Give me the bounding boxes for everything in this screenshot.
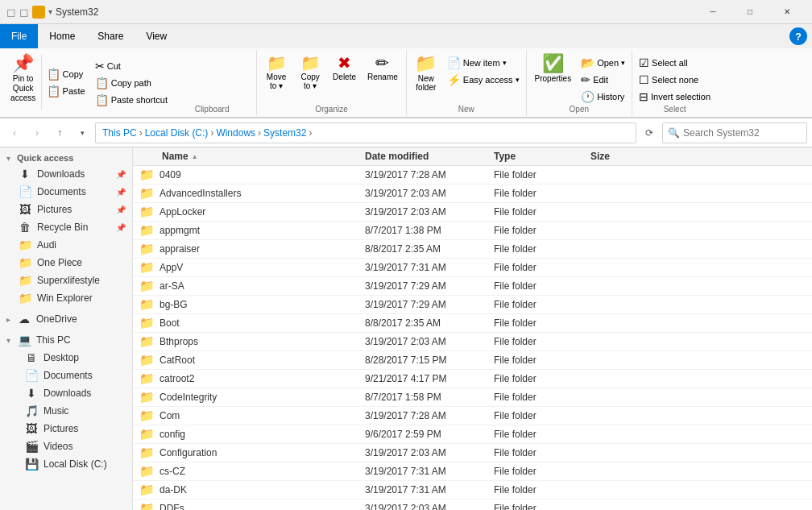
table-row[interactable]: 📁 cs-CZ 3/19/2017 7:31 AM File folder [133, 462, 812, 481]
sidebar-item-superxlifestyle[interactable]: 📁 Superxlifestyle [0, 272, 132, 289]
sidebar-item-this-pc[interactable]: ▾ 💻 This PC [0, 331, 132, 349]
sidebar-item-downloads[interactable]: ⬇ Downloads 📌 [0, 165, 132, 183]
properties-button[interactable]: ✅ Properties [530, 52, 577, 86]
tab-view[interactable]: View [135, 24, 178, 48]
ribbon: File Home Share View ? 📌 Pin to Quick ac… [0, 24, 812, 118]
path-local-disk[interactable]: Local Disk (C:) [145, 127, 209, 139]
paste-button[interactable]: 📋 Paste [44, 83, 89, 99]
pictures-label: Pictures [37, 204, 111, 215]
tab-home[interactable]: Home [38, 24, 86, 48]
col-date-label: Date modified [365, 151, 429, 162]
table-row[interactable]: 📁 Bthprops 3/19/2017 2:03 AM File folder [133, 333, 812, 351]
table-row[interactable]: 📁 catroot2 9/21/2017 4:17 PM File folder [133, 370, 812, 388]
new-folder-button[interactable]: 📁 Newfolder [410, 52, 442, 95]
table-row[interactable]: 📁 CodeIntegrity 8/7/2017 1:58 PM File fo… [133, 388, 812, 407]
col-name[interactable]: Name ▲ [133, 151, 358, 162]
sidebar-item-win-explorer[interactable]: 📁 Win Explorer [0, 289, 132, 307]
pictures-pc-icon: 🖼 [24, 422, 39, 435]
sidebar-quick-access-header[interactable]: ▾ Quick access [0, 151, 132, 165]
copy-button[interactable]: 📋 Copy [44, 66, 89, 82]
table-row[interactable]: 📁 AppV 3/19/2017 7:31 AM File folder [133, 259, 812, 277]
delete-button[interactable]: ✖ Delete [328, 52, 361, 93]
table-row[interactable]: 📁 0409 3/19/2017 7:28 AM File folder [133, 166, 812, 185]
sidebar-item-downloads-pc[interactable]: ⬇ Downloads [0, 384, 132, 402]
recycle-bin-icon: 🗑 [18, 221, 32, 234]
sidebar-item-one-piece[interactable]: 📁 One Piece [0, 254, 132, 272]
tab-share[interactable]: Share [86, 24, 135, 48]
invert-selection-button[interactable]: ⊟ Invert selection [636, 89, 714, 105]
forward-button[interactable]: › [27, 123, 47, 143]
table-row[interactable]: 📁 da-DK 3/19/2017 7:31 AM File folder [133, 481, 812, 500]
table-row[interactable]: 📁 Configuration 3/19/2017 2:03 AM File f… [133, 444, 812, 462]
pin-to-quick-access-button[interactable]: 📌 Pin to Quick access [6, 52, 39, 114]
search-input[interactable] [683, 127, 796, 139]
table-row[interactable]: 📁 bg-BG 3/19/2017 7:29 AM File folder [133, 296, 812, 314]
path-windows[interactable]: Windows [216, 127, 255, 139]
file-cell-type: File folder [487, 188, 584, 199]
help-button[interactable]: ? [789, 27, 807, 45]
file-cell-name: 📁 cs-CZ [133, 464, 358, 479]
file-area: Name ▲ Date modified Type Size 📁 0409 3/… [133, 147, 812, 510]
onedrive-group: ▸ ☁ OneDrive [0, 310, 132, 328]
file-name: CodeIntegrity [160, 392, 217, 403]
table-row[interactable]: 📁 AdvancedInstallers 3/19/2017 2:03 AM F… [133, 185, 812, 203]
col-size[interactable]: Size [584, 151, 648, 162]
select-all-button[interactable]: ☑ Select all [636, 55, 714, 71]
sidebar-item-audi[interactable]: 📁 Audi [0, 236, 132, 254]
select-all-icon: ☑ [639, 56, 649, 69]
table-row[interactable]: 📁 DDFs 3/19/2017 2:03 AM File folder [133, 500, 812, 510]
recent-locations-button[interactable]: ▾ [72, 123, 92, 143]
table-row[interactable]: 📁 AppLocker 3/19/2017 2:03 AM File folde… [133, 203, 812, 222]
folder-icon: 📁 [139, 334, 155, 349]
videos-label: Videos [44, 441, 126, 452]
col-date[interactable]: Date modified [358, 151, 487, 162]
sidebar-item-recycle-bin[interactable]: 🗑 Recycle Bin 📌 [0, 218, 132, 236]
sidebar-item-documents-pc[interactable]: 📄 Documents [0, 367, 132, 384]
sidebar-item-desktop[interactable]: 🖥 Desktop [0, 349, 132, 367]
sidebar-item-local-disk[interactable]: 💾 Local Disk (C:) [0, 455, 132, 473]
copy-to-button[interactable]: 📁 Copyto ▾ [294, 52, 326, 93]
edit-button[interactable]: ✏ Edit [578, 72, 628, 88]
sidebar-item-pictures[interactable]: 🖼 Pictures 📌 [0, 201, 132, 218]
select-none-button[interactable]: ☐ Select none [636, 72, 714, 88]
back-button[interactable]: ‹ [5, 123, 24, 143]
col-name-label: Name [162, 151, 188, 162]
table-row[interactable]: 📁 ar-SA 3/19/2017 7:29 AM File folder [133, 277, 812, 296]
paste-shortcut-button[interactable]: 📋 Paste shortcut [92, 92, 171, 108]
move-to-button[interactable]: 📁 Moveto ▾ [260, 52, 292, 93]
close-button[interactable]: ✕ [768, 0, 806, 24]
this-pc-expand-icon: ▾ [6, 336, 10, 345]
file-cell-type: File folder [487, 429, 584, 440]
table-row[interactable]: 📁 appmgmt 8/7/2017 1:38 PM File folder [133, 222, 812, 240]
table-row[interactable]: 📁 Com 3/19/2017 7:28 AM File folder [133, 407, 812, 425]
easy-access-button[interactable]: ⚡ Easy access ▾ [444, 72, 523, 88]
refresh-button[interactable]: ⟳ [640, 123, 659, 143]
sidebar-item-onedrive[interactable]: ▸ ☁ OneDrive [0, 310, 132, 328]
address-path[interactable]: This PC › Local Disk (C:) › Windows › Sy… [95, 122, 636, 143]
open-button[interactable]: 📂 Open ▾ [578, 55, 628, 71]
col-type[interactable]: Type [487, 151, 584, 162]
minimize-button[interactable]: ─ [694, 0, 731, 24]
file-cell-type: File folder [487, 336, 584, 347]
table-row[interactable]: 📁 CatRoot 8/28/2017 7:15 PM File folder [133, 351, 812, 370]
sidebar-item-pictures-pc[interactable]: 🖼 Pictures [0, 420, 132, 437]
new-item-button[interactable]: 📄 New item ▾ [444, 55, 523, 71]
tab-file[interactable]: File [0, 24, 38, 48]
local-disk-icon: 💾 [24, 458, 39, 471]
path-system32[interactable]: System32 [263, 127, 306, 139]
table-row[interactable]: 📁 config 9/6/2017 2:59 PM File folder [133, 425, 812, 444]
file-name: bg-BG [160, 299, 188, 310]
cut-button[interactable]: ✂ Cut [92, 58, 171, 74]
up-button[interactable]: ↑ [50, 123, 69, 143]
win-explorer-folder-icon: 📁 [18, 292, 32, 305]
history-button[interactable]: 🕐 History [578, 89, 628, 105]
sidebar-item-documents[interactable]: 📄 Documents 📌 [0, 183, 132, 201]
sidebar-item-videos[interactable]: 🎬 Videos [0, 437, 132, 455]
copy-path-button[interactable]: 📋 Copy path [92, 75, 171, 91]
sidebar-item-music[interactable]: 🎵 Music [0, 402, 132, 420]
table-row[interactable]: 📁 Boot 8/8/2017 2:35 AM File folder [133, 314, 812, 333]
path-this-pc[interactable]: This PC [102, 127, 137, 139]
table-row[interactable]: 📁 appraiser 8/8/2017 2:35 AM File folder [133, 240, 812, 259]
maximize-button[interactable]: □ [731, 0, 768, 24]
rename-button[interactable]: ✏ Rename [362, 52, 403, 93]
